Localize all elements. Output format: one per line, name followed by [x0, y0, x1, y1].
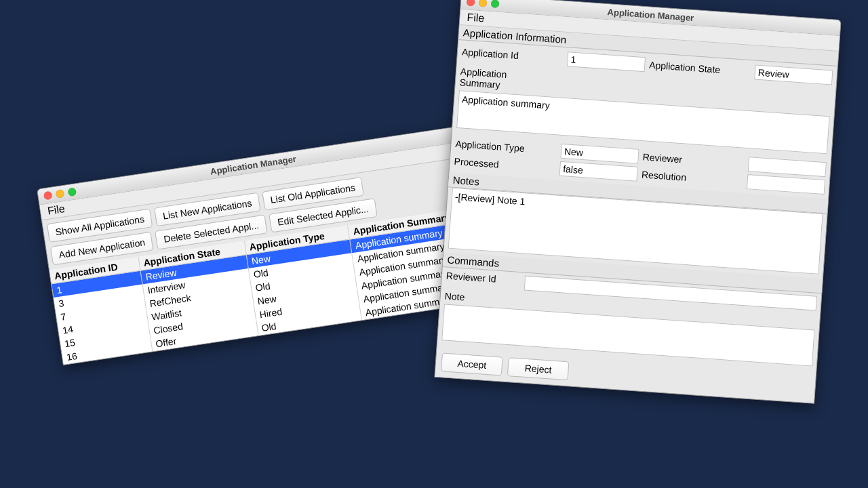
application-id-field[interactable]	[567, 52, 646, 72]
label-application-type: Application Type	[455, 138, 557, 156]
traffic-lights	[43, 187, 77, 200]
application-state-field[interactable]	[754, 65, 833, 85]
accept-button[interactable]: Accept	[441, 352, 503, 375]
close-icon[interactable]	[467, 0, 475, 6]
label-reviewer-id: Reviewer Id	[446, 270, 521, 286]
processed-field[interactable]	[559, 161, 638, 182]
label-application-summary: Application Summary	[459, 66, 535, 93]
minimize-icon[interactable]	[56, 189, 65, 199]
application-type-field[interactable]	[560, 144, 639, 164]
application-summary-value: Application summary	[462, 94, 551, 110]
label-note: Note	[444, 290, 519, 306]
menu-file[interactable]: File	[44, 202, 68, 218]
label-application-id: Application Id	[461, 46, 564, 64]
label-processed: Processed	[454, 156, 556, 174]
zoom-icon[interactable]	[491, 0, 500, 8]
application-list-window: Application Manager File Show All Applic…	[37, 125, 494, 365]
close-icon[interactable]	[43, 191, 53, 201]
label-resolution: Resolution	[641, 169, 743, 186]
traffic-lights	[467, 0, 500, 8]
notes-text: -[Review] Note 1	[454, 191, 525, 207]
resolution-field[interactable]	[747, 174, 825, 195]
menu-file[interactable]: File	[464, 10, 488, 24]
application-detail-window: Application Manager File Application Inf…	[434, 0, 841, 404]
minimize-icon[interactable]	[479, 0, 488, 7]
reject-button[interactable]: Reject	[507, 357, 570, 380]
zoom-icon[interactable]	[67, 187, 77, 197]
label-reviewer: Reviewer	[642, 151, 745, 169]
reviewer-field[interactable]	[748, 157, 827, 177]
label-application-state: Application State	[649, 60, 751, 77]
